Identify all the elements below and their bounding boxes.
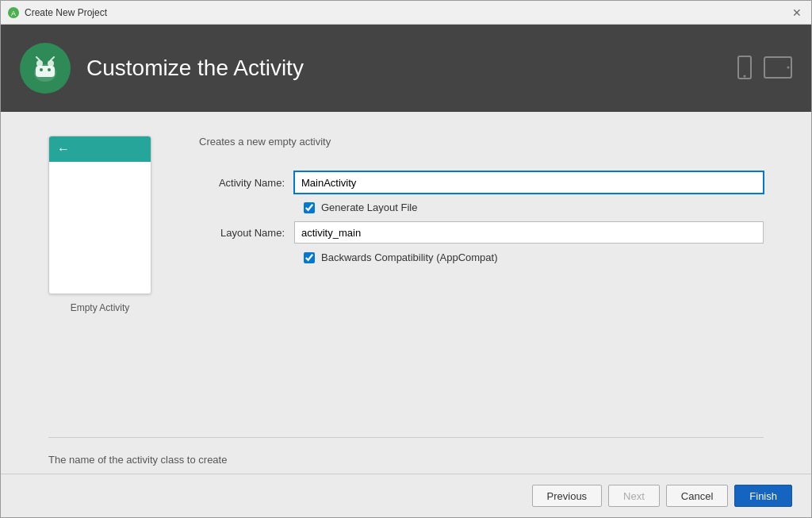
backwards-compat-checkbox[interactable] bbox=[304, 252, 315, 263]
content-area: ← Empty Activity Creates a new empty act… bbox=[1, 112, 811, 429]
previous-button[interactable]: Previous bbox=[532, 485, 603, 507]
android-icon bbox=[29, 52, 61, 84]
backwards-compat-row: Backwards Compatibility (AppCompat) bbox=[304, 251, 764, 263]
svg-text:A: A bbox=[11, 10, 16, 17]
form-area: Creates a new empty activity Activity Na… bbox=[199, 136, 764, 271]
help-text: The name of the activity class to create bbox=[1, 446, 811, 474]
svg-point-3 bbox=[36, 60, 43, 67]
tablet-icon bbox=[764, 56, 792, 79]
app-icon: A bbox=[7, 6, 20, 19]
layout-name-label: Layout Name: bbox=[199, 227, 294, 239]
backwards-compat-label: Backwards Compatibility (AppCompat) bbox=[321, 251, 498, 263]
layout-name-input[interactable] bbox=[294, 221, 764, 244]
activity-name-input[interactable] bbox=[294, 171, 764, 194]
layout-name-row: Layout Name: bbox=[199, 221, 764, 244]
svg-line-9 bbox=[51, 57, 54, 60]
svg-point-11 bbox=[744, 75, 746, 78]
back-arrow-icon: ← bbox=[57, 142, 70, 156]
preview-panel: ← Empty Activity bbox=[48, 136, 151, 313]
title-bar: A Create New Project ✕ bbox=[1, 1, 811, 25]
preview-label: Empty Activity bbox=[71, 302, 130, 313]
separator bbox=[48, 437, 764, 438]
header-panel: Customize the Activity bbox=[1, 25, 811, 112]
activity-name-label: Activity Name: bbox=[199, 177, 294, 189]
svg-point-7 bbox=[48, 68, 51, 71]
next-button[interactable]: Next bbox=[608, 485, 660, 507]
phone-body bbox=[49, 162, 151, 294]
android-logo bbox=[20, 43, 71, 94]
footer: Previous Next Cancel Finish bbox=[1, 474, 811, 517]
form-description: Creates a new empty activity bbox=[199, 136, 764, 148]
svg-point-13 bbox=[787, 67, 790, 69]
activity-name-row: Activity Name: bbox=[199, 171, 764, 194]
svg-line-8 bbox=[36, 57, 40, 60]
generate-layout-checkbox[interactable] bbox=[304, 202, 315, 213]
page-title: Customize the Activity bbox=[86, 56, 304, 81]
phone-preview: ← bbox=[48, 136, 151, 294]
cancel-button[interactable]: Cancel bbox=[666, 485, 728, 507]
device-icons bbox=[737, 56, 792, 81]
phone-icon bbox=[737, 56, 759, 81]
svg-point-4 bbox=[48, 60, 54, 67]
generate-layout-row: Generate Layout File bbox=[304, 201, 764, 213]
generate-layout-label: Generate Layout File bbox=[321, 201, 417, 213]
close-button[interactable]: ✕ bbox=[789, 5, 805, 21]
svg-rect-5 bbox=[36, 66, 55, 77]
svg-point-6 bbox=[40, 68, 43, 71]
main-content: ← Empty Activity Creates a new empty act… bbox=[1, 112, 811, 474]
phone-status-bar: ← bbox=[49, 136, 151, 162]
finish-button[interactable]: Finish bbox=[734, 485, 792, 507]
window-title: Create New Project bbox=[25, 7, 789, 18]
